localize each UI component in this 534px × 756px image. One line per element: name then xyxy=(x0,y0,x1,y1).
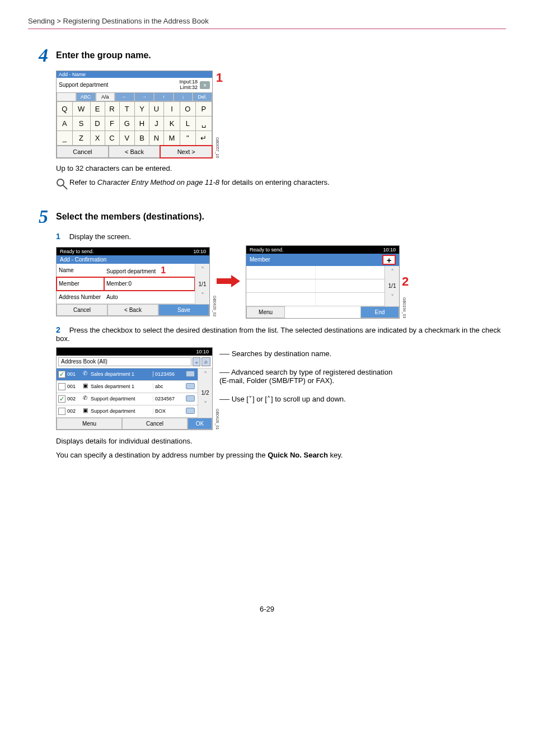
status-text: Ready to send. xyxy=(60,249,94,254)
scroll-up-icon[interactable]: ˄ xyxy=(198,368,212,388)
kbd-key[interactable]: J xyxy=(149,116,164,130)
kbd-key[interactable]: Z xyxy=(72,130,90,145)
kbd-key[interactable]: F xyxy=(105,116,119,130)
svg-marker-2 xyxy=(217,275,240,287)
member-row xyxy=(246,293,385,306)
ab-filter-field[interactable]: Address Book (All) xyxy=(58,357,191,366)
flow-arrow-icon xyxy=(216,275,240,289)
kbd-arrow-down-icon[interactable]: ↓ xyxy=(174,93,193,101)
figure-code: GB0057_16 xyxy=(216,137,219,158)
mem-end-button[interactable]: End xyxy=(360,306,399,318)
kbd-key[interactable]: ␣ xyxy=(195,116,212,130)
conf-value-member[interactable]: Member:0 xyxy=(104,277,195,291)
ab-row[interactable]: 001 ▣ Sales department 1 abc xyxy=(57,381,198,393)
kbd-arrow-back-icon[interactable]: ← xyxy=(115,93,134,101)
kbd-key[interactable]: Y xyxy=(135,101,149,116)
kbd-key[interactable]: G xyxy=(119,116,135,130)
kbd-mode-abc[interactable]: ABC xyxy=(76,93,96,101)
kbd-mode-blank[interactable] xyxy=(57,93,76,101)
kbd-key[interactable]: C xyxy=(105,130,119,145)
checkbox-icon[interactable]: ✓ xyxy=(58,371,65,378)
chevron-down-icon[interactable]: ⌄ xyxy=(193,357,200,366)
keyboard-close-icon[interactable]: × xyxy=(200,81,210,89)
kbd-key[interactable]: S xyxy=(72,116,90,130)
kbd-key[interactable]: D xyxy=(90,116,105,130)
search-icon[interactable]: ⌕ xyxy=(202,357,210,366)
kbd-key[interactable]: U xyxy=(149,101,164,116)
kbd-key[interactable]: W xyxy=(72,101,90,116)
envelope-icon[interactable] xyxy=(185,408,196,415)
ab-ok-button[interactable]: OK xyxy=(188,418,212,430)
kbd-key[interactable]: B xyxy=(135,130,149,145)
scroll-up-icon[interactable]: ˄ xyxy=(195,264,209,279)
kbd-key[interactable]: O xyxy=(180,101,196,116)
mem-menu-button[interactable]: Menu xyxy=(246,306,285,318)
scroll-down-icon[interactable]: ˅ xyxy=(385,291,399,306)
envelope-icon[interactable] xyxy=(185,371,196,378)
conf-back-button[interactable]: < Back xyxy=(107,304,158,316)
ab-note-advanced: Advanced search by type of registered de… xyxy=(219,368,397,385)
scroll-up-icon[interactable]: ˄ xyxy=(385,266,399,281)
scroll-down-icon[interactable]: ˅ xyxy=(195,290,209,305)
checkbox-icon[interactable] xyxy=(58,383,65,390)
fax-icon: ✆ xyxy=(81,395,89,403)
member-title: Member xyxy=(250,256,270,263)
kbd-key[interactable]: ↵ xyxy=(195,130,212,145)
kbd-key[interactable]: A xyxy=(57,116,73,130)
kbd-delete-button[interactable]: Del. xyxy=(193,93,212,101)
kbd-key[interactable]: H xyxy=(135,116,149,130)
page-indicator: 1/2 xyxy=(198,388,212,398)
kbd-back-button[interactable]: < Back xyxy=(109,146,161,158)
kbd-key[interactable]: I xyxy=(164,101,180,116)
kbd-key[interactable]: R xyxy=(105,101,119,116)
kbd-key[interactable]: K xyxy=(164,116,180,130)
accent-rule xyxy=(28,29,506,29)
conf-save-button[interactable]: Save xyxy=(158,304,209,316)
step4-note: Up to 32 characters can be entered. xyxy=(56,164,506,172)
kbd-key[interactable]: P xyxy=(195,101,212,116)
kbd-key[interactable]: " xyxy=(180,130,196,145)
kbd-arrow-up-icon[interactable]: ↑ xyxy=(154,93,174,101)
keyboard-entry-text[interactable]: Support department xyxy=(59,82,177,88)
kbd-key[interactable]: N xyxy=(149,130,164,145)
kbd-row: _ Z X C V B N M " ↵ xyxy=(57,130,212,145)
ab-row[interactable]: 002 ▣ Support department BOX xyxy=(57,405,198,418)
kbd-key[interactable]: M xyxy=(164,130,180,145)
conf-value: Support department 1 xyxy=(104,264,195,277)
kbd-key[interactable]: E xyxy=(90,101,105,116)
envelope-icon[interactable] xyxy=(185,383,196,390)
conf-cancel-button[interactable]: Cancel xyxy=(57,304,107,316)
ab-cancel-button[interactable]: Cancel xyxy=(122,418,188,430)
clock-text: 10:10 xyxy=(193,249,206,254)
ab-row[interactable]: ✓ 001 ✆ Sales department 1 0123456 xyxy=(57,368,198,381)
envelope-icon[interactable] xyxy=(185,395,196,403)
callout-2: 2 xyxy=(402,274,409,289)
ab-row[interactable]: ✓ 002 ✆ Support department 0234567 xyxy=(57,393,198,405)
clock-text: 10:10 xyxy=(196,349,209,354)
step5-number: 5 xyxy=(28,207,56,226)
status-text: Ready to send. xyxy=(250,247,284,253)
ab-menu-button[interactable]: Menu xyxy=(57,418,122,430)
svg-line-1 xyxy=(63,185,67,189)
breadcrumb: Sending > Registering Destinations in th… xyxy=(28,17,506,29)
tail-note-1: Displays details for individual destinat… xyxy=(56,437,506,445)
kbd-next-button[interactable]: Next > xyxy=(160,146,212,158)
kbd-key[interactable]: Q xyxy=(57,101,73,116)
kbd-arrow-fwd-icon[interactable]: → xyxy=(134,93,154,101)
checkbox-icon[interactable]: ✓ xyxy=(58,395,65,403)
kbd-key[interactable]: _ xyxy=(57,130,73,145)
conf-label-member[interactable]: Member xyxy=(57,277,104,291)
checkbox-icon[interactable] xyxy=(58,408,65,415)
kbd-key[interactable]: V xyxy=(119,130,135,145)
callout-1: 1 xyxy=(216,71,223,85)
add-member-button[interactable]: + xyxy=(382,255,396,265)
figure-code: GB0420_02 xyxy=(213,296,217,316)
kbd-key[interactable]: X xyxy=(90,130,105,145)
address-book-panel: 10:10 Address Book (All) ⌄ ⌕ ✓ 001 ✆ xyxy=(56,347,213,430)
kbd-cancel-button[interactable]: Cancel xyxy=(57,146,109,158)
kbd-key[interactable]: T xyxy=(119,101,135,116)
scroll-down-icon[interactable]: ˅ xyxy=(198,398,212,418)
kbd-mode-case[interactable]: A/a xyxy=(96,93,115,101)
kbd-key[interactable]: L xyxy=(180,116,196,130)
clock-text: 10:10 xyxy=(383,247,396,253)
